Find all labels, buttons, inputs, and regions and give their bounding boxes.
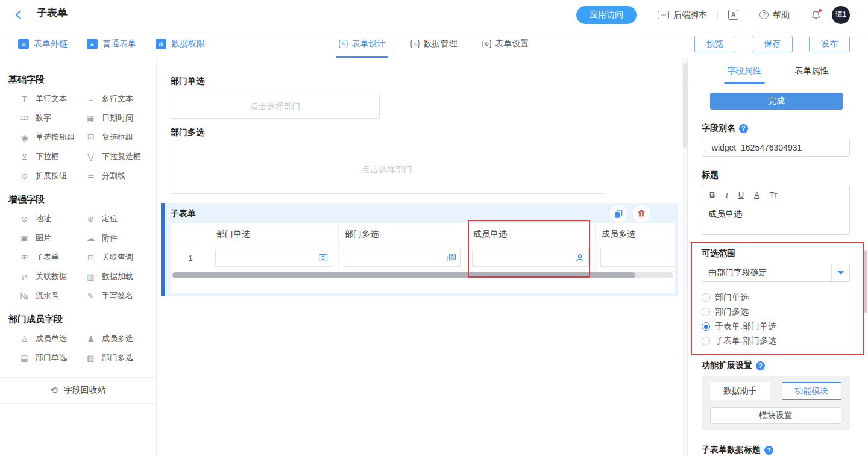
canvas-scrollbar[interactable]	[682, 58, 687, 456]
publish-button[interactable]: 发布	[809, 36, 850, 52]
linked-query-icon: ⊡	[84, 253, 97, 262]
option-range-label: 可选范围	[702, 248, 850, 259]
dept-multi-select-icon	[447, 253, 456, 263]
subform-icon: ⊞	[18, 253, 31, 262]
range-option-subform-dept-single[interactable]: 子表单.部门单选	[702, 319, 850, 334]
dept-multi-picker[interactable]: 点击选择部门	[171, 146, 603, 194]
code-icon: </>	[658, 11, 669, 19]
field-item-dept-single[interactable]: ▤部门单选	[18, 348, 84, 367]
page-title[interactable]: 子表单	[36, 6, 69, 23]
avatar[interactable]: 谭1	[832, 6, 850, 24]
subform-data-title-label: 子表单数据标题 ?	[702, 445, 850, 455]
properties-panel: 字段属性 表单属性 完成 字段别名 ? 标题 B I U A Tт 成员单选	[687, 58, 868, 456]
cell-dept-single-input[interactable]	[215, 249, 332, 267]
panel-scrollbar-thumb[interactable]	[864, 250, 867, 313]
field-recycle-bin-button[interactable]: ⟲ 字段回收站	[0, 377, 156, 404]
save-button[interactable]: 保存	[752, 36, 793, 52]
field-item-serial-number[interactable]: №流水号	[18, 286, 84, 305]
app-access-button[interactable]: 应用访问	[576, 6, 637, 24]
tab-field-properties[interactable]: 字段属性	[728, 58, 761, 84]
field-item-multi-select[interactable]: ⋁下拉复选框	[84, 147, 156, 166]
backend-script-button[interactable]: </> 后端脚本	[658, 10, 707, 20]
form-design-icon: ✎	[339, 40, 348, 48]
field-item-divider[interactable]: ═分割线	[84, 166, 156, 186]
copy-widget-button[interactable]	[610, 205, 627, 222]
column-header-member-multi: 成员多选	[596, 223, 675, 245]
field-item-member-multi[interactable]: ♟成员多选	[84, 329, 156, 348]
tab-form-properties[interactable]: 表单属性	[795, 58, 829, 84]
range-option-dept-multi[interactable]: 部门多选	[702, 305, 850, 319]
field-item-linked-query[interactable]: ⊡关联查询	[84, 248, 156, 267]
field-item-subform[interactable]: ⊞子表单	[18, 248, 84, 267]
field-item-address[interactable]: ⊙地址	[18, 209, 84, 228]
field-item-radio-group[interactable]: ◉单选按钮组	[18, 128, 84, 147]
data-permission-button[interactable]: ılı 数据权限	[156, 39, 205, 49]
field-item-data-load[interactable]: ▥数据加载	[84, 267, 156, 286]
field-item-attachment[interactable]: ☁附件	[84, 228, 156, 248]
field-item-checkbox-group[interactable]: ☑复选框组	[84, 128, 156, 147]
field-item-dept-multi[interactable]: ▧部门多选	[84, 348, 156, 367]
column-header-index	[171, 223, 210, 245]
normal-form-button[interactable]: ≡ 普通表单	[87, 39, 136, 49]
delete-widget-button[interactable]	[633, 205, 650, 222]
canvas-scrollbar-thumb[interactable]	[683, 63, 687, 148]
subform-widget-selected[interactable]: 子表单 部门单选 部门多选	[161, 203, 678, 296]
notification-bell-icon[interactable]	[811, 10, 821, 20]
dept-single-picker[interactable]: 点击选择部门	[171, 95, 380, 119]
checkbox-icon: ☑	[84, 133, 97, 142]
subform-title: 子表单	[171, 208, 196, 219]
tab-data-management[interactable]: ∿ 数据管理	[411, 30, 458, 58]
cell-member-single-input[interactable]	[472, 249, 589, 267]
title-editor-content[interactable]: 成员单选	[702, 204, 849, 225]
radio-icon[interactable]	[702, 322, 710, 331]
italic-button[interactable]: I	[725, 190, 728, 200]
range-option-dept-single[interactable]: 部门单选	[702, 290, 850, 305]
radio-icon[interactable]	[702, 308, 710, 316]
help-icon[interactable]: ?	[739, 124, 748, 133]
help-icon[interactable]: ?	[756, 361, 765, 370]
tab-form-design[interactable]: ✎ 表单设计	[339, 30, 386, 58]
cell-member-multi-input[interactable]	[600, 249, 675, 267]
horizontal-scrollbar[interactable]	[172, 272, 673, 278]
function-module-button[interactable]: 功能模块	[782, 382, 842, 400]
field-item-extend-button[interactable]: ⊖扩展按钮	[18, 166, 84, 186]
field-item-number[interactable]: 123数字	[18, 108, 84, 128]
cell-dept-multi-input[interactable]	[344, 249, 461, 267]
preview-button[interactable]: 预览	[694, 36, 735, 52]
field-item-select[interactable]: ⊻下拉框	[18, 147, 84, 166]
translate-icon[interactable]: A	[728, 10, 738, 20]
font-size-button[interactable]: Tт	[770, 191, 778, 199]
option-range-select[interactable]: 由部门字段确定	[702, 264, 850, 282]
data-management-icon: ∿	[411, 40, 420, 48]
field-alias-input[interactable]	[702, 139, 850, 157]
divider-icon: ═	[84, 172, 97, 181]
back-button[interactable]	[16, 10, 25, 20]
data-assistant-button[interactable]: 数据助手	[710, 382, 770, 400]
module-settings-button[interactable]: 模块设置	[710, 407, 841, 424]
scrollbar-thumb[interactable]	[172, 272, 635, 278]
help-button[interactable]: ? 帮助	[760, 10, 790, 20]
radio-icon[interactable]	[702, 337, 710, 345]
field-item-datetime[interactable]: ▦日期时间	[84, 108, 156, 128]
field-item-member-single[interactable]: ♙成员单选	[18, 329, 84, 348]
divider	[647, 10, 647, 19]
tab-form-settings[interactable]: ⚙ 表单设置	[483, 30, 529, 58]
section-enhanced-fields: 增强字段	[0, 186, 156, 209]
form-external-link-button[interactable]: ∞ 表单外链	[18, 39, 68, 49]
field-item-multi-line-text[interactable]: ≡多行文本	[84, 89, 156, 108]
field-item-signature[interactable]: ✎手写签名	[84, 286, 156, 305]
radio-icon[interactable]	[702, 293, 710, 302]
font-color-button[interactable]: A	[754, 190, 760, 199]
bold-button[interactable]: B	[709, 190, 715, 199]
help-icon[interactable]: ?	[764, 446, 773, 455]
field-item-single-line-text[interactable]: T单行文本	[18, 89, 84, 108]
form-settings-icon: ⚙	[483, 40, 491, 48]
field-alias-label: 字段别名 ?	[702, 123, 850, 134]
field-item-linked-data[interactable]: ⇄关联数据	[18, 267, 84, 286]
field-item-image[interactable]: ▣图片	[18, 228, 84, 248]
range-option-subform-dept-multi[interactable]: 子表单.部门多选	[702, 334, 850, 348]
underline-button[interactable]: U	[738, 190, 744, 199]
field-item-location[interactable]: ⊕定位	[84, 209, 156, 228]
done-button[interactable]: 完成	[710, 93, 843, 110]
field-palette-sidebar: 基础字段 T单行文本 ≡多行文本 123数字 ▦日期时间 ◉单选按钮组 ☑复选框…	[0, 58, 157, 456]
